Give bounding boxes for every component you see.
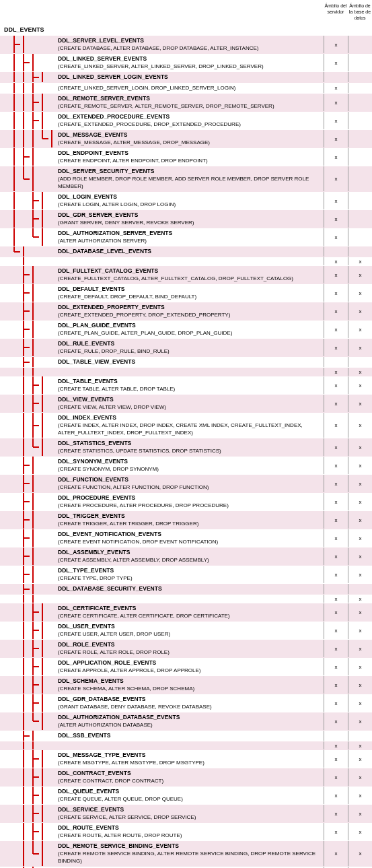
cell-server-scope: x bbox=[324, 228, 348, 246]
tree-row: DDL_GDR_DATABASE_EVENTS(GRANT DATABASE, … bbox=[0, 694, 372, 712]
tree-row: xx bbox=[0, 595, 372, 603]
event-group-members: (CREATE MSGTYPE, ALTER MSGTYPE, DROP MSG… bbox=[58, 760, 204, 766]
tree-row: DDL_PLAN_GUIDE_EVENTS(CREATE_PLAN_GUIDE,… bbox=[0, 321, 372, 339]
event-group-members: (CREATE FUNCTION, ALTER FUNCTION, DROP F… bbox=[58, 484, 209, 490]
cell-database-scope bbox=[348, 130, 372, 147]
cell-server-scope: x bbox=[324, 694, 348, 712]
event-group-title: DDL_SYNONYM_EVENTS bbox=[58, 458, 128, 465]
cell-database-scope: x bbox=[348, 841, 372, 866]
event-group-members: (CREATE_EXTENDED_PROCEDURE, DROP_EXTENDE… bbox=[58, 121, 241, 127]
cell-database-scope bbox=[348, 148, 372, 166]
event-group-members: (CREATE VIEW, ALTER VIEW, DROP VIEW) bbox=[58, 404, 166, 410]
cell-database-scope: x bbox=[348, 475, 372, 492]
tree-row: DDL_DATABASE_SECURITY_EVENTS bbox=[0, 584, 372, 595]
node-text: DDL_APPLICATION_ROLE_EVENTS(CREATE APPRO… bbox=[57, 658, 324, 675]
cell-server-scope: x bbox=[324, 339, 348, 356]
node-text: DDL_STATISTICS_EVENTS(CREATE STATISTICS,… bbox=[57, 438, 324, 456]
cell-server-scope: x bbox=[324, 210, 348, 228]
cell-server-scope: x bbox=[324, 603, 348, 621]
event-group-members: (CREATE_LINKED_SERVER_LOGIN, DROP_LINKED… bbox=[58, 85, 236, 91]
tree-row: DDL_EVENT_NOTIFICATION_EVENTS(CREATE EVE… bbox=[0, 529, 372, 547]
event-group-members: (ALTER AUTHORIZATION DATABASE) bbox=[58, 722, 153, 728]
cell-server-scope: x bbox=[324, 266, 348, 283]
node-text: DDL_CERTIFICATE_EVENTS(CREATE CERTIFICAT… bbox=[57, 603, 324, 621]
event-group-title: DDL_EXTENDED_PROPERTY_EVENTS bbox=[58, 304, 165, 310]
node-text: DDL_PLAN_GUIDE_EVENTS(CREATE_PLAN_GUIDE,… bbox=[57, 321, 324, 338]
cell-database-scope: x bbox=[348, 284, 372, 302]
tree-row: DDL_REMOTE_SERVICE_BINDING_EVENTS(CREATE… bbox=[0, 841, 372, 867]
event-group-members: (CREATE_RULE, DROP_RULE, BIND_RULE) bbox=[58, 348, 170, 354]
cell-database-scope: x bbox=[348, 413, 372, 438]
event-group-title: DDL_ASSEMBLY_EVENTS bbox=[58, 549, 130, 556]
node-text: DDL_LINKED_SERVER_EVENTS(CREATE_LINKED_S… bbox=[57, 54, 324, 71]
header-server-scope: Ámbito del servidor bbox=[324, 3, 348, 21]
event-group-title: DDL_SERVER_LEVEL_EVENTS bbox=[58, 37, 144, 44]
node-text: DDL_FULLTEXT_CATALOG_EVENTS(CREATE_FULLT… bbox=[57, 266, 324, 283]
tree-row: DDL_DATABASE_LEVEL_EVENTS bbox=[0, 246, 372, 257]
event-group-title: DDL_SCHEMA_EVENTS bbox=[58, 677, 124, 684]
tree-row: DDL_REMOTE_SERVER_EVENTS(CREATE_REMOTE_S… bbox=[0, 94, 372, 112]
cell-database-scope bbox=[348, 54, 372, 71]
tree-row: DDL_SSB_EVENTS bbox=[0, 731, 372, 741]
cell-server-scope bbox=[324, 357, 348, 367]
tree-row: DDL_ROLE_EVENTS(CREATE ROLE, ALTER ROLE,… bbox=[0, 640, 372, 658]
cell-database-scope bbox=[348, 210, 372, 228]
node-text: DDL_DATABASE_LEVEL_EVENTS bbox=[57, 246, 324, 257]
cell-server-scope: x bbox=[324, 658, 348, 675]
tree-row: DDL_QUEUE_EVENTS(CREATE QUEUE, ALTER QUE… bbox=[0, 787, 372, 805]
column-headers: Ámbito del servidor Ámbito de la base de… bbox=[0, 0, 372, 24]
cell-database-scope: x bbox=[348, 395, 372, 412]
cell-server-scope: x bbox=[324, 192, 348, 209]
node-text: DDL_GDR_DATABASE_EVENTS(GRANT DATABASE, … bbox=[57, 694, 324, 712]
event-group-title: DDL_SSB_EVENTS bbox=[58, 732, 110, 739]
node-text: DDL_DATABASE_SECURITY_EVENTS bbox=[57, 584, 324, 594]
cell-database-scope: x bbox=[348, 566, 372, 583]
event-group-members: (CREATE SYNONYM, DROP SYNONYM) bbox=[58, 466, 159, 472]
node-text: DDL_LINKED_SERVER_LOGIN_EVENTS bbox=[57, 72, 324, 82]
node-text: DDL_TABLE_EVENTS(CREATE TABLE, ALTER TAB… bbox=[57, 376, 324, 394]
cell-server-scope: x bbox=[324, 595, 348, 603]
cell-database-scope: x bbox=[348, 376, 372, 394]
cell-server-scope: x bbox=[324, 529, 348, 547]
node-text bbox=[57, 368, 324, 376]
cell-database-scope: x bbox=[348, 257, 372, 265]
cell-server-scope: x bbox=[324, 768, 348, 786]
event-group-title: DDL_DEFAULT_EVENTS bbox=[58, 286, 125, 292]
cell-database-scope bbox=[348, 94, 372, 111]
event-group-title: DDL_REMOTE_SERVICE_BINDING_EVENTS bbox=[58, 842, 179, 849]
cell-database-scope: x bbox=[348, 368, 372, 376]
event-group-members: (CREATE REMOTE SERVICE BINDING, ALTER RE… bbox=[58, 850, 315, 864]
cell-server-scope: x bbox=[324, 493, 348, 510]
event-group-members: (CREATE TRIGGER, ALTER TRIGGER, DROP TRI… bbox=[58, 521, 198, 527]
cell-server-scope: x bbox=[324, 622, 348, 639]
cell-database-scope: x bbox=[348, 321, 372, 338]
cell-database-scope: x bbox=[348, 339, 372, 356]
cell-database-scope bbox=[348, 192, 372, 209]
node-text: DDL_LOGIN_EVENTS(CREATE LOGIN, ALTER LOG… bbox=[57, 192, 324, 209]
tree-row: DDL_LOGIN_EVENTS(CREATE LOGIN, ALTER LOG… bbox=[0, 192, 372, 210]
event-group-title: DDL_USER_EVENTS bbox=[58, 623, 115, 630]
cell-server-scope: x bbox=[324, 475, 348, 492]
tree-row: DDL_AUTHORIZATION_SERVER_EVENTS(ALTER AU… bbox=[0, 228, 372, 246]
cell-server-scope: x bbox=[324, 395, 348, 412]
tree-row: DDL_CONTRACT_EVENTS(CREATE CONTRACT, DRO… bbox=[0, 768, 372, 787]
node-text bbox=[57, 741, 324, 749]
event-group-members: (CREATE_PLAN_GUIDE, ALTER_PLAN_GUIDE, DR… bbox=[58, 330, 232, 336]
cell-server-scope: x bbox=[324, 284, 348, 302]
event-group-members: (CREATE DATABASE, ALTER DATABASE, DROP D… bbox=[58, 45, 258, 51]
cell-database-scope bbox=[348, 72, 372, 82]
event-group-members: (CREATE EVENT NOTIFICATION, DROP EVENT N… bbox=[58, 539, 218, 545]
cell-database-scope bbox=[348, 166, 372, 191]
tree-row: DDL_EXTENDED_PROPERTY_EVENTS(CREATE_EXTE… bbox=[0, 302, 372, 321]
node-text: DDL_FUNCTION_EVENTS(CREATE FUNCTION, ALT… bbox=[57, 475, 324, 492]
event-group-title: DDL_ROLE_EVENTS bbox=[58, 641, 115, 648]
event-group-members: (CREATE PROCEDURE, ALTER PROCEDURE, DROP… bbox=[58, 502, 229, 508]
event-group-members: (CREATE LOGIN, ALTER LOGIN, DROP LOGIN) bbox=[58, 201, 176, 207]
event-group-members: (GRANT DATABASE, DENY DATABASE, REVOKE D… bbox=[58, 704, 212, 710]
tree-row: DDL_TABLE_EVENTS(CREATE TABLE, ALTER TAB… bbox=[0, 376, 372, 395]
event-group-title: DDL_INDEX_EVENTS bbox=[58, 414, 116, 421]
cell-server-scope: x bbox=[324, 148, 348, 166]
node-text: DDL_MESSAGE_TYPE_EVENTS(CREATE MSGTYPE, … bbox=[57, 750, 324, 768]
cell-server-scope: x bbox=[324, 413, 348, 438]
cell-server-scope: x bbox=[324, 805, 348, 822]
